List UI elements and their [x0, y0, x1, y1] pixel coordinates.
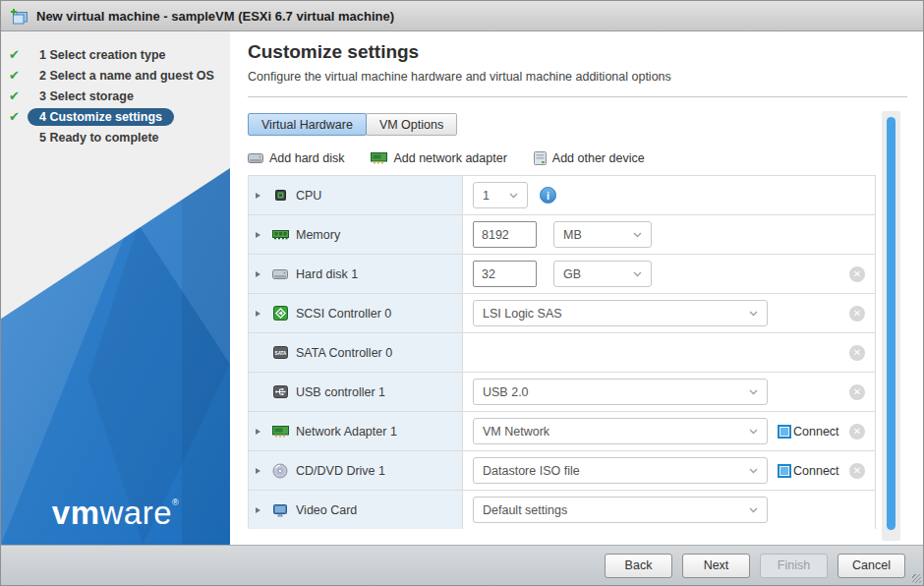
add-hard-disk-button[interactable]: Add hard disk [248, 151, 344, 165]
sidebar-item-select-creation-type[interactable]: ✔ 1 Select creation type [9, 44, 224, 65]
sidebar-item-select-name-guest-os[interactable]: ✔ 2 Select a name and guest OS [9, 65, 224, 86]
sidebar-item-customize-settings[interactable]: ✔ 4 Customize settings [9, 106, 224, 127]
table-row-network-adapter-1: Network Adapter 1 VM Network Connect [248, 412, 876, 451]
cancel-button[interactable]: Cancel [837, 554, 905, 578]
next-button[interactable]: Next [682, 554, 750, 578]
scsi-controller-icon [271, 306, 289, 321]
page-title: Customize settings [230, 31, 923, 62]
check-icon: ✔ [9, 88, 28, 103]
page-subtitle: Configure the virtual machine hardware a… [230, 62, 923, 84]
new-vm-wizard-dialog: New virtual machine - sampleVM (ESXi 6.7… [0, 0, 924, 586]
row-label: USB controller 1 [296, 385, 385, 399]
finish-button[interactable]: Finish [760, 554, 828, 578]
brand-graphic [1, 168, 230, 545]
header-divider [248, 96, 907, 97]
add-other-device-label: Add other device [552, 151, 645, 165]
step-number: 5 [39, 131, 46, 145]
row-label: Memory [296, 228, 340, 242]
step-number: 1 [39, 48, 46, 62]
remove-device-icon[interactable]: ✕ [849, 424, 865, 440]
checkbox-checked-icon [778, 425, 791, 439]
remove-device-icon[interactable]: ✕ [849, 463, 865, 479]
add-network-adapter-button[interactable]: Add network adapter [371, 151, 506, 165]
vmware-logo: vmware® [1, 497, 230, 529]
step-label: Select storage [49, 89, 133, 103]
svg-text:SATA: SATA [274, 351, 287, 356]
expand-arrow-icon[interactable] [256, 507, 264, 513]
memory-size-input[interactable] [473, 221, 537, 248]
step-number: 4 [39, 110, 46, 124]
scrollbar-thumb[interactable] [887, 117, 895, 530]
resize-grip[interactable] [912, 574, 921, 583]
step-label: Select a name and guest OS [49, 69, 213, 83]
expand-arrow-icon[interactable] [256, 271, 264, 277]
table-row-cpu: CPU 1 i [248, 176, 876, 215]
table-row-usb-controller-1: USB controller 1 USB 2.0 ✕ [248, 373, 876, 412]
step-label: Customize settings [49, 110, 162, 124]
expand-arrow-icon[interactable] [256, 193, 264, 199]
tab-virtual-hardware[interactable]: Virtual Hardware [248, 113, 367, 136]
expand-arrow-icon[interactable] [256, 429, 264, 435]
expand-arrow-icon[interactable] [256, 311, 264, 317]
network-adapter-icon [271, 426, 289, 438]
network-select[interactable]: VM Network [473, 418, 768, 444]
cpu-count-select[interactable]: 1 [473, 182, 528, 208]
table-row-sata-controller-0: SATA SATA Controller 0 ✕ [248, 333, 876, 373]
network-connect-checkbox[interactable]: Connect [778, 425, 839, 439]
wizard-footer: Back Next Finish Cancel [1, 545, 923, 585]
settings-tabs: Virtual Hardware VM Options [248, 113, 923, 136]
new-vm-icon [10, 8, 29, 25]
sidebar-item-select-storage[interactable]: ✔ 3 Select storage [9, 86, 224, 106]
memory-icon [271, 228, 289, 241]
check-icon: ✔ [9, 47, 28, 62]
disk-unit-select[interactable]: GB [553, 261, 652, 287]
row-label: SCSI Controller 0 [296, 307, 391, 321]
memory-unit-select[interactable]: MB [553, 221, 652, 248]
usb-version-select[interactable]: USB 2.0 [473, 379, 768, 405]
hard-disk-icon [271, 268, 289, 280]
table-row-video-card: Video Card Default settings [248, 491, 876, 529]
step-label: Ready to complete [49, 131, 158, 145]
table-row-scsi-controller-0: SCSI Controller 0 LSI Logic SAS ✕ [248, 294, 876, 333]
title-bar: New virtual machine - sampleVM (ESXi 6.7… [1, 1, 923, 31]
tab-vm-options[interactable]: VM Options [366, 113, 457, 136]
check-icon: ✔ [9, 68, 28, 83]
video-card-select[interactable]: Default settings [473, 497, 768, 523]
sidebar-item-ready-to-complete[interactable]: 5 Ready to complete [9, 127, 224, 147]
disk-size-input[interactable] [473, 261, 537, 287]
add-network-adapter-label: Add network adapter [393, 151, 506, 165]
vertical-scrollbar[interactable] [882, 111, 900, 541]
cd-dvd-icon [271, 463, 289, 479]
info-icon[interactable]: i [540, 187, 556, 204]
add-other-device-button[interactable]: Add other device [534, 151, 645, 165]
remove-device-icon[interactable]: ✕ [849, 345, 865, 361]
step-number: 2 [39, 69, 46, 83]
row-label: Video Card [296, 503, 357, 517]
row-label: CD/DVD Drive 1 [296, 464, 385, 478]
remove-device-icon[interactable]: ✕ [849, 384, 865, 400]
video-card-icon [271, 503, 289, 517]
wizard-steps-sidebar: ✔ 1 Select creation type ✔ 2 Select a na… [1, 31, 230, 545]
table-row-cd-dvd-drive-1: CD/DVD Drive 1 Datastore ISO file Connec… [248, 451, 876, 491]
check-icon: ✔ [9, 109, 28, 124]
remove-device-icon[interactable]: ✕ [849, 306, 865, 322]
step-label: Select creation type [49, 48, 165, 62]
other-device-icon [534, 151, 547, 165]
cd-dvd-connect-checkbox[interactable]: Connect [778, 464, 839, 478]
device-toolbar: Add hard disk Add network adapter [248, 146, 923, 169]
network-adapter-icon [371, 152, 387, 164]
step-number: 3 [39, 89, 46, 103]
expand-arrow-icon[interactable] [256, 468, 264, 474]
hardware-table: CPU 1 i [248, 175, 876, 529]
expand-arrow-icon[interactable] [256, 232, 264, 238]
row-label: SATA Controller 0 [296, 346, 392, 360]
back-button[interactable]: Back [605, 554, 672, 578]
remove-device-icon[interactable]: ✕ [849, 266, 865, 282]
cpu-icon [271, 188, 289, 203]
hard-disk-icon [248, 152, 263, 164]
row-label: Network Adapter 1 [296, 425, 397, 439]
row-label: CPU [296, 189, 321, 203]
window-title: New virtual machine - sampleVM (ESXi 6.7… [36, 9, 394, 24]
cd-dvd-source-select[interactable]: Datastore ISO file [473, 457, 768, 484]
scsi-type-select[interactable]: LSI Logic SAS [473, 300, 768, 326]
